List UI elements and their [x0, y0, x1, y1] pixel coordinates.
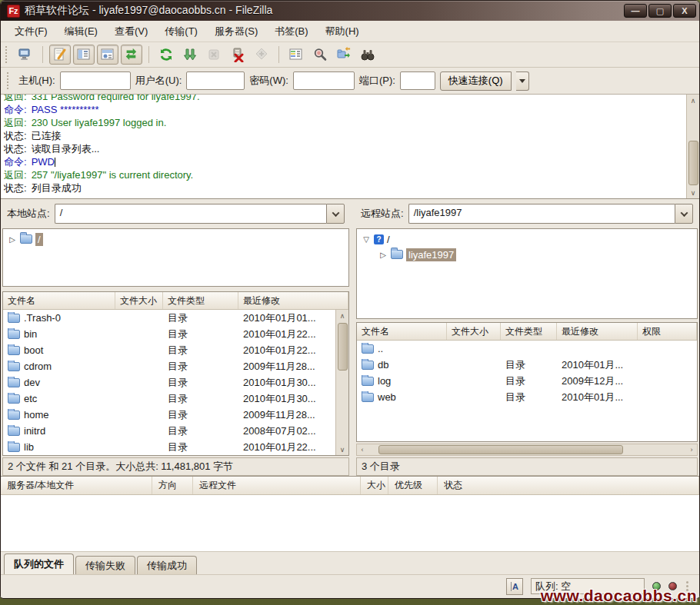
reconnect-button[interactable] — [251, 45, 272, 65]
queue-column-remote-file[interactable]: 远程文件 — [193, 477, 361, 494]
queue-column-direction[interactable]: 方向 — [152, 477, 193, 494]
maximize-button[interactable]: ▢ — [648, 4, 672, 18]
quickconnect-button[interactable]: 快速连接(Q) — [440, 71, 512, 91]
menu-file[interactable]: 文件(F) — [7, 22, 55, 42]
file-row[interactable]: lib目录2010年01月22... — [3, 439, 335, 455]
tab-successful-transfers[interactable]: 传输成功 — [137, 556, 197, 574]
remote-tree-root[interactable]: ▽ ? / — [358, 231, 695, 247]
close-button[interactable]: X — [673, 4, 696, 18]
tab-failed-transfers[interactable]: 传输失败 — [75, 556, 135, 574]
host-input[interactable] — [60, 71, 131, 90]
remote-site-combo[interactable]: /liyafe1997 — [408, 204, 693, 224]
log-scroll-thumb[interactable] — [688, 141, 698, 185]
menu-bar: 文件(F) 编辑(E) 查看(V) 传输(T) 服务器(S) 书签(B) 帮助(… — [1, 21, 699, 42]
site-manager-button[interactable] — [15, 45, 36, 65]
column-header-size[interactable]: 文件大小 — [115, 292, 163, 309]
file-row[interactable]: initrd目录2008年07月02... — [3, 423, 335, 439]
column-header-name[interactable]: 文件名 — [3, 292, 115, 309]
file-row[interactable]: etc目录2010年01月30... — [3, 391, 335, 407]
scroll-right-icon[interactable]: › — [686, 446, 697, 454]
toggle-local-tree-button[interactable] — [73, 45, 95, 65]
log-line: 命令:PWD — [4, 155, 683, 168]
local-scroll-thumb[interactable] — [338, 323, 348, 371]
username-label: 用户名(U): — [135, 74, 182, 88]
file-row[interactable]: db目录2010年01月... — [357, 357, 697, 373]
column-header-type[interactable]: 文件类型 — [163, 292, 238, 309]
file-row[interactable]: cdrom目录2009年11月28... — [3, 358, 335, 374]
refresh-button[interactable] — [155, 45, 177, 65]
file-row[interactable]: boot目录2010年01月22... — [3, 342, 335, 358]
transfer-type-indicator[interactable]: A — [506, 578, 523, 595]
scroll-down-icon[interactable]: ∨ — [337, 444, 348, 455]
column-header-size[interactable]: 文件大小 — [447, 323, 501, 340]
process-queue-button[interactable] — [179, 45, 201, 65]
toggle-transfer-queue-button[interactable] — [121, 45, 142, 65]
password-label: 密码(W): — [249, 74, 288, 88]
remote-tree-child[interactable]: ▷ liyafe1997 — [358, 247, 695, 262]
cancel-operation-button[interactable] — [203, 45, 225, 65]
menu-view[interactable]: 查看(V) — [107, 22, 155, 42]
filename-filters-button[interactable] — [309, 45, 331, 65]
folder-icon — [8, 411, 20, 420]
file-row[interactable]: web目录2010年01月... — [357, 389, 697, 405]
column-header-modified[interactable]: 最近修改 — [557, 323, 638, 340]
toggle-remote-tree-button[interactable] — [97, 45, 118, 65]
directory-comparison-button[interactable] — [285, 45, 307, 65]
local-tree-root-label[interactable]: / — [35, 233, 43, 246]
scroll-down-icon[interactable]: ∨ — [688, 187, 699, 198]
password-input[interactable] — [293, 71, 355, 90]
column-header-name[interactable]: 文件名 — [357, 323, 447, 340]
disconnect-button[interactable] — [227, 45, 248, 65]
refresh-icon — [158, 47, 174, 62]
remote-site-value[interactable]: /liyafe1997 — [408, 204, 675, 224]
menu-help[interactable]: 帮助(H) — [318, 22, 367, 42]
file-row[interactable]: dev目录2010年01月30... — [3, 374, 335, 391]
port-input[interactable] — [400, 71, 435, 90]
queue-column-priority[interactable]: 优先级 — [388, 477, 438, 494]
minimize-button[interactable]: — — [624, 4, 647, 18]
folder-icon — [8, 330, 20, 339]
process-queue-icon — [182, 47, 198, 62]
remote-hscroll-thumb[interactable] — [378, 445, 623, 454]
remote-horizontal-scrollbar[interactable]: ‹ › — [356, 444, 698, 456]
toggle-message-log-button[interactable] — [49, 45, 71, 65]
file-row[interactable]: log目录2009年12月... — [357, 373, 697, 389]
menu-transfer[interactable]: 传输(T) — [157, 22, 205, 42]
local-list-scrollbar[interactable]: ∧ ∨ — [335, 310, 348, 455]
unknown-folder-icon: ? — [374, 234, 384, 244]
queue-column-server-local[interactable]: 服务器/本地文件 — [1, 477, 152, 494]
queue-column-size[interactable]: 大小 — [361, 477, 388, 494]
menu-bookmarks[interactable]: 书签(B) — [267, 22, 315, 42]
scroll-up-icon[interactable]: ∧ — [688, 95, 699, 106]
file-row[interactable]: .. — [357, 341, 697, 357]
file-search-button[interactable] — [357, 45, 378, 65]
tab-queued-files[interactable]: 队列的文件 — [4, 553, 74, 574]
menu-edit[interactable]: 编辑(E) — [57, 22, 105, 42]
site-manager-icon — [18, 47, 33, 62]
local-site-value[interactable]: / — [55, 204, 326, 224]
quickconnect-dropdown-button[interactable] — [516, 71, 529, 91]
scroll-left-icon[interactable]: ‹ — [357, 446, 368, 454]
scroll-up-icon[interactable]: ∧ — [337, 310, 348, 321]
remote-tree-child-label[interactable]: liyafe1997 — [406, 248, 456, 261]
column-header-permissions[interactable]: 权限 — [638, 323, 697, 340]
menu-server[interactable]: 服务器(S) — [207, 22, 265, 42]
file-row[interactable]: .Trash-0目录2010年01月01... — [3, 310, 335, 326]
expander-collapsed-icon[interactable]: ▷ — [8, 235, 17, 244]
synchronized-browsing-button[interactable] — [333, 45, 355, 65]
column-header-modified[interactable]: 最近修改 — [238, 292, 348, 309]
local-tree-root[interactable]: ▷ / — [5, 231, 347, 247]
log-scrollbar[interactable]: ∧ ∨ — [686, 95, 699, 198]
column-header-type[interactable]: 文件类型 — [501, 323, 557, 340]
local-site-dropdown-button[interactable] — [326, 204, 345, 224]
queue-header: 服务器/本地文件 方向 远程文件 大小 优先级 状态 — [1, 477, 699, 495]
remote-tree-root-label[interactable]: / — [387, 234, 390, 245]
username-input[interactable] — [186, 71, 245, 90]
queue-column-status[interactable]: 状态 — [438, 477, 699, 494]
remote-site-dropdown-button[interactable] — [675, 204, 693, 224]
expander-expanded-icon[interactable]: ▽ — [362, 235, 371, 244]
expander-collapsed-icon[interactable]: ▷ — [378, 251, 388, 259]
local-site-combo[interactable]: / — [55, 204, 345, 224]
file-row[interactable]: bin目录2010年01月22... — [3, 326, 335, 342]
file-row[interactable]: home目录2009年11月28... — [3, 407, 335, 423]
